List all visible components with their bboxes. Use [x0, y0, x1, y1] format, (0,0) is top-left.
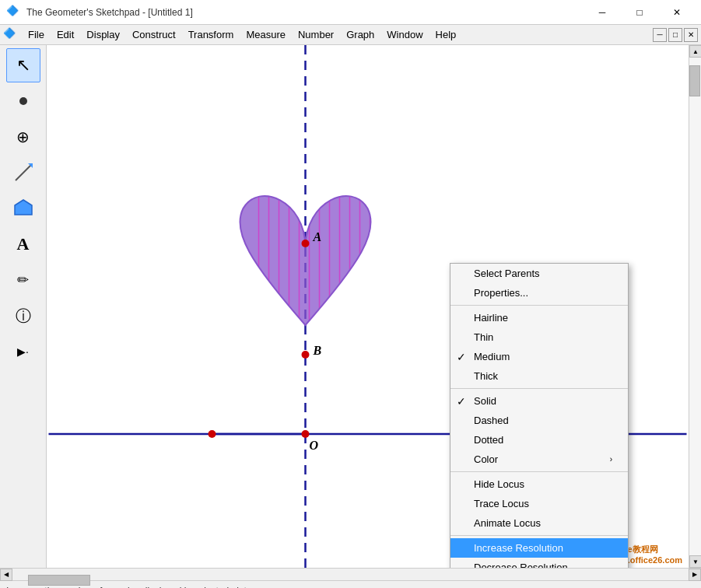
svg-point-18	[302, 240, 310, 247]
ctx-dashed-label: Dashed	[474, 415, 509, 426]
ctx-increase-resolution-label: Increase Resolution	[474, 542, 563, 554]
compass-tool-button[interactable]: ⊕	[6, 120, 40, 154]
menu-display[interactable]: Display	[80, 25, 126, 44]
context-menu: Select Parents Properties... Hairline Th…	[450, 263, 629, 568]
status-text: Increase the number of samples displayed…	[6, 586, 251, 589]
menu-construct[interactable]: Construct	[126, 25, 182, 44]
ctx-decrease-resolution-label: Decrease Resolution	[474, 562, 568, 568]
ctx-hide-locus[interactable]: Hide Locus	[450, 474, 628, 494]
close-button[interactable]: ✕	[659, 0, 695, 25]
ctx-animate-locus[interactable]: Animate Locus	[450, 513, 628, 533]
menu-help[interactable]: Help	[429, 25, 463, 44]
svg-line-0	[16, 165, 31, 180]
ctx-color[interactable]: Color ›	[450, 450, 628, 469]
scroll-down-btn[interactable]: ▼	[689, 555, 701, 568]
ctx-thin-label: Thin	[474, 331, 493, 343]
ctx-hide-locus-label: Hide Locus	[474, 478, 524, 490]
menu-bar-controls: ─ □ ✕	[653, 28, 698, 42]
minimize-button[interactable]: ─	[584, 0, 620, 25]
ctx-hairline-label: Hairline	[474, 312, 508, 324]
polygon-icon	[12, 198, 34, 219]
point-tool-button[interactable]	[6, 84, 40, 118]
svg-text:A: A	[313, 230, 322, 243]
ctx-thick[interactable]: Thick	[450, 366, 628, 386]
ctx-trace-locus-label: Trace Locus	[474, 498, 529, 509]
ctx-dashed[interactable]: Dashed	[450, 411, 628, 430]
canvas-area[interactable]: A B O Select Parents Properties... Hairl…	[47, 45, 689, 568]
ctx-solid[interactable]: ✓ Solid	[450, 391, 628, 411]
ctx-select-parents-label: Select Parents	[474, 268, 540, 279]
polygon-tool-button[interactable]	[6, 191, 40, 226]
info-tool-button[interactable]: ⓘ	[6, 299, 40, 333]
ctx-separator-2	[450, 388, 628, 389]
ctx-solid-label: Solid	[474, 395, 496, 407]
svg-text:O: O	[310, 439, 319, 452]
ctx-separator-1	[450, 305, 628, 306]
window-controls: ─ □ ✕	[584, 0, 695, 25]
ctx-properties[interactable]: Properties...	[450, 283, 628, 303]
app-icon: 🔷	[6, 5, 22, 20]
line-tool-button[interactable]	[6, 156, 40, 190]
vertical-scrollbar[interactable]: ▲ ▼	[689, 45, 701, 568]
text-tool-button[interactable]: A	[6, 227, 40, 261]
ctx-separator-3	[450, 471, 628, 472]
menu-graph[interactable]: Graph	[340, 25, 380, 44]
ctx-thick-label: Thick	[474, 370, 498, 382]
main-area: ↖ ⊕ A ✏ ⓘ ▶·	[0, 45, 701, 568]
scroll-thumb-h[interactable]	[28, 575, 90, 586]
ctx-increase-resolution[interactable]: Increase Resolution	[450, 538, 628, 558]
ctx-dotted-label: Dotted	[474, 434, 503, 446]
ctx-decrease-resolution[interactable]: Decrease Resolution	[450, 558, 628, 568]
scroll-right-btn[interactable]: ▶	[689, 569, 701, 581]
title-bar: 🔷 The Geometer's Sketchpad - [Untitled 1…	[0, 0, 701, 25]
ctx-color-arrow: ›	[610, 455, 612, 464]
svg-point-20	[302, 351, 310, 359]
menu-bar: 🔷 File Edit Display Construct Transform …	[0, 25, 701, 45]
ctx-medium-label: Medium	[474, 351, 510, 362]
menu-file[interactable]: File	[22, 25, 51, 44]
menu-edit[interactable]: Edit	[51, 25, 80, 44]
svg-point-22	[302, 430, 310, 438]
ctx-separator-4	[450, 535, 628, 536]
svg-marker-2	[15, 200, 32, 215]
ctx-trace-locus[interactable]: Trace Locus	[450, 494, 628, 513]
marker-tool-button[interactable]: ✏	[6, 263, 40, 297]
ctx-animate-locus-label: Animate Locus	[474, 517, 541, 529]
svg-point-24	[209, 430, 216, 438]
svg-text:B: B	[313, 344, 322, 357]
scroll-left-btn[interactable]: ◀	[0, 569, 12, 581]
ctx-medium[interactable]: ✓ Medium	[450, 347, 628, 366]
line-icon	[12, 162, 34, 184]
ctx-medium-check: ✓	[457, 351, 466, 363]
ctx-properties-label: Properties...	[474, 287, 528, 299]
ctx-dotted[interactable]: Dotted	[450, 430, 628, 450]
app-logo: 🔷	[3, 27, 19, 43]
menu-number[interactable]: Number	[292, 25, 340, 44]
maximize-button[interactable]: □	[622, 0, 657, 25]
menu-measure[interactable]: Measure	[240, 25, 292, 44]
ctx-solid-check: ✓	[457, 395, 466, 408]
toolbar: ↖ ⊕ A ✏ ⓘ ▶·	[0, 45, 47, 568]
ctx-thin[interactable]: Thin	[450, 327, 628, 347]
scroll-up-btn[interactable]: ▲	[689, 45, 701, 58]
doc-minimize-btn[interactable]: ─	[653, 28, 667, 42]
menu-transform[interactable]: Transform	[182, 25, 240, 44]
custom-tool-button[interactable]: ▶·	[6, 334, 40, 369]
doc-maximize-btn[interactable]: □	[668, 28, 682, 42]
ctx-select-parents[interactable]: Select Parents	[450, 264, 628, 283]
point-icon	[19, 97, 27, 105]
status-bar: Increase the number of samples displayed…	[0, 580, 701, 588]
window-title: The Geometer's Sketchpad - [Untitled 1]	[26, 7, 584, 18]
scroll-thumb-v[interactable]	[689, 65, 700, 96]
select-tool-button[interactable]: ↖	[6, 48, 40, 82]
ctx-color-label: Color	[474, 453, 498, 465]
horizontal-scrollbar[interactable]: ◀ ▶	[0, 568, 701, 580]
ctx-hairline[interactable]: Hairline	[450, 308, 628, 327]
doc-close-btn[interactable]: ✕	[684, 28, 698, 42]
scroll-track-v[interactable]	[689, 58, 701, 555]
menu-window[interactable]: Window	[380, 25, 429, 44]
